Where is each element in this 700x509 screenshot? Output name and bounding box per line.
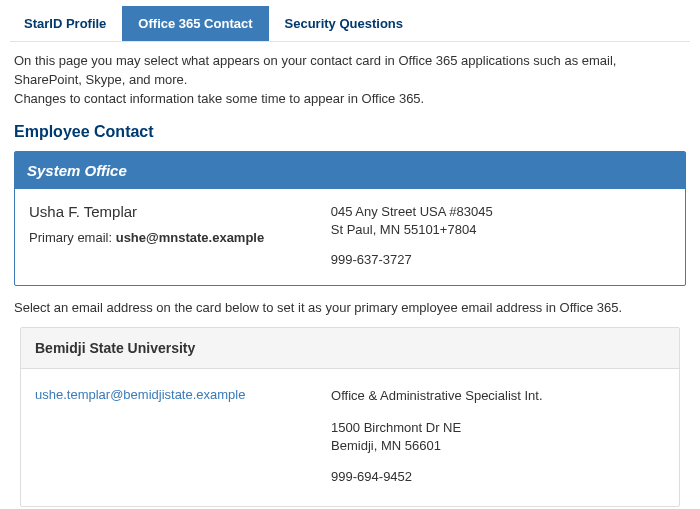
primary-email-value: ushe@mnstate.example [116,230,265,245]
person-name: Usha F. Templar [29,203,331,220]
primary-email-label: Primary email: [29,230,116,245]
secondary-contact-card: Bemidji State University ushe.templar@be… [20,327,680,507]
intro-line1: On this page you may select what appears… [14,53,616,87]
tab-security-questions[interactable]: Security Questions [269,6,419,41]
secondary-address-line2: Bemidji, MN 56601 [331,437,665,455]
job-role: Office & Administrative Specialist Int. [331,387,665,405]
tab-starid-profile[interactable]: StarID Profile [8,6,122,41]
primary-address-line2: St Paul, MN 55101+7804 [331,221,671,239]
section-title: Employee Contact [14,123,686,141]
secondary-left-col: ushe.templar@bemidjistate.example [35,387,331,486]
primary-card-header: System Office [15,152,685,189]
primary-left-col: Usha F. Templar Primary email: ushe@mnst… [29,203,331,270]
page-content: On this page you may select what appears… [0,42,700,509]
selectable-email-link[interactable]: ushe.templar@bemidjistate.example [35,387,245,402]
primary-card-body: Usha F. Templar Primary email: ushe@mnst… [15,189,685,286]
secondary-phone: 999-694-9452 [331,468,665,486]
primary-right-col: 045 Any Street USA #83045 St Paul, MN 55… [331,203,671,270]
primary-address-line1: 045 Any Street USA #83045 [331,203,671,221]
intro-text: On this page you may select what appears… [14,52,686,109]
select-instruction: Select an email address on the card belo… [14,300,686,315]
primary-address: 045 Any Street USA #83045 St Paul, MN 55… [331,203,671,239]
tab-office365-contact[interactable]: Office 365 Contact [122,6,268,41]
secondary-address-line1: 1500 Birchmont Dr NE [331,419,665,437]
secondary-address: 1500 Birchmont Dr NE Bemidji, MN 56601 [331,419,665,455]
secondary-right-col: Office & Administrative Specialist Int. … [331,387,665,486]
primary-phone: 999-637-3727 [331,251,671,269]
primary-email-line: Primary email: ushe@mnstate.example [29,230,331,245]
secondary-card-body: ushe.templar@bemidjistate.example Office… [21,369,679,506]
secondary-card-header: Bemidji State University [21,328,679,369]
primary-contact-card: System Office Usha F. Templar Primary em… [14,151,686,287]
intro-line2: Changes to contact information take some… [14,91,424,106]
tab-bar: StarID Profile Office 365 Contact Securi… [8,6,700,41]
